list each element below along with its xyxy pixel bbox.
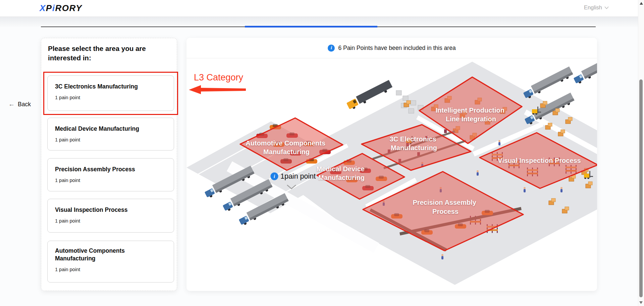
tooltip-info-icon-glyph: i — [274, 174, 275, 179]
tooltip-text: 1pain point — [280, 172, 316, 180]
card-title: Automotive Components Manufacturing — [55, 247, 166, 262]
banner-text: 6 Pain Points have been included in this… — [338, 45, 455, 52]
factory-map: Intelligent Production Line Integration … — [186, 58, 597, 291]
card-pain-count: 1 pain point — [55, 95, 166, 100]
header: XPiRORY English — [0, 0, 638, 17]
area-card-visual-inspection[interactable]: Visual Inspection Process 1 pain point — [47, 199, 174, 233]
sidebar-panel: Please select the area you are intereste… — [41, 38, 177, 291]
card-title: Precision Assembly Process — [55, 166, 166, 173]
l3-annotation-arrow-icon — [189, 84, 247, 95]
language-label: English — [584, 4, 602, 11]
card-pain-count: 1 pain point — [55, 218, 166, 224]
card-pain-count: 1 pain point — [55, 137, 166, 142]
scroll-down-button[interactable] — [639, 301, 643, 304]
card-title: 3C Electronics Manufacturing — [55, 83, 166, 90]
language-selector[interactable]: English — [584, 4, 609, 11]
brand-logo[interactable]: XPiRORY — [40, 3, 82, 13]
scroll-thumb[interactable] — [639, 79, 643, 297]
area-card-precision-assembly[interactable]: Precision Assembly Process 1 pain point — [47, 158, 174, 191]
card-title: Visual Inspection Process — [55, 206, 166, 214]
main-panel: i 6 Pain Points have been included in th… — [186, 38, 597, 291]
back-arrow-icon: ← — [8, 101, 15, 108]
scrollbar[interactable] — [638, 0, 644, 306]
area-card-automotive-components[interactable]: Automotive Components Manufacturing 1 pa… — [47, 241, 174, 283]
area-card-3c-electronics[interactable]: 3C Electronics Manufacturing 1 pain poin… — [47, 75, 174, 111]
l3-annotation-label: L3 Category — [194, 72, 243, 83]
card-pain-count: 1 pain point — [55, 178, 166, 183]
card-title: Medical Device Manufacturing — [55, 125, 166, 133]
chevron-down-icon — [604, 6, 609, 9]
sidebar-title: Please select the area you are intereste… — [48, 44, 170, 62]
subheader-strip — [0, 16, 638, 27]
info-icon: i — [328, 45, 335, 52]
area-card-medical-device[interactable]: Medical Device Manufacturing 1 pain poin… — [47, 118, 174, 150]
tab-indicator — [245, 26, 377, 27]
scroll-up-button[interactable] — [640, 2, 643, 5]
info-banner: i 6 Pain Points have been included in th… — [186, 38, 597, 58]
card-pain-count: 1 pain point — [55, 267, 166, 272]
back-link[interactable]: ← Back — [8, 101, 31, 108]
back-label: Back — [18, 101, 31, 108]
